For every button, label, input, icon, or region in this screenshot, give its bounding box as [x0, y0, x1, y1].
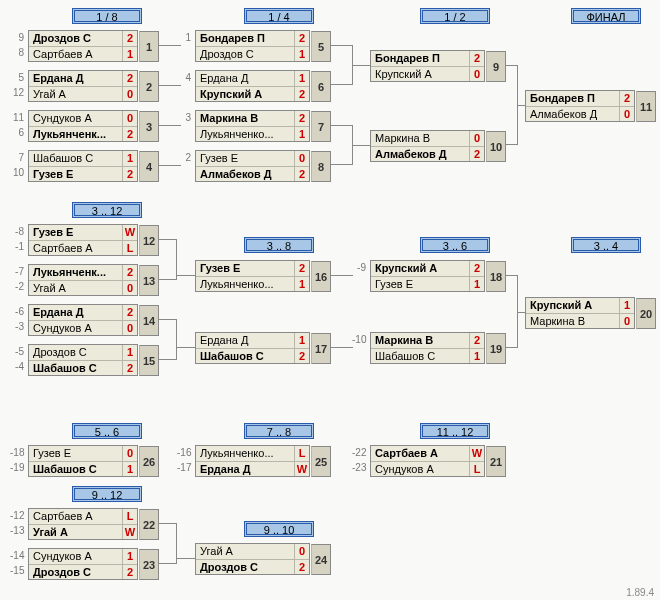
seed: -3 — [10, 321, 24, 332]
score: W — [123, 525, 137, 539]
connector — [177, 275, 195, 276]
score: 2 — [295, 111, 309, 126]
match-21: Сартбаев АWСундуков АL21 — [370, 445, 485, 477]
match-8: Гузев Е0Алмабеков Д28 — [195, 150, 310, 182]
player-name: Крупский А — [371, 67, 470, 81]
header-final: ФИНАЛ — [571, 8, 641, 24]
player-name: Угай А — [196, 544, 295, 559]
header-1-2: 1 / 2 — [420, 8, 490, 24]
score: 0 — [123, 111, 137, 126]
header-3-6: 3 .. 6 — [420, 237, 490, 253]
player-name: Шабашов С — [29, 151, 123, 166]
score: 2 — [123, 265, 137, 280]
player-name: Бондарев П — [526, 91, 620, 106]
player-name: Дроздов С — [29, 31, 123, 46]
match-number: 15 — [139, 345, 159, 376]
seed: 8 — [10, 47, 24, 58]
player-name: Сартбаев А — [29, 47, 123, 61]
match-number: 11 — [636, 91, 656, 122]
score: 2 — [470, 51, 484, 66]
seed: -12 — [10, 510, 24, 521]
match-number: 17 — [311, 333, 331, 364]
score: 1 — [123, 151, 137, 166]
player-name: Лукьянченко... — [196, 127, 295, 141]
score: 0 — [295, 544, 309, 559]
seed: -6 — [10, 306, 24, 317]
match-15: Дроздов С1Шабашов С215 — [28, 344, 138, 376]
player-name: Ердана Д — [29, 305, 123, 320]
match-number: 16 — [311, 261, 331, 292]
seed: -14 — [10, 550, 24, 561]
match-number: 8 — [311, 151, 331, 182]
header-3-8: 3 .. 8 — [244, 237, 314, 253]
score: L — [123, 509, 137, 524]
match-19: Маркина В2Шабашов С119 — [370, 332, 485, 364]
match-2: Ердана Д2Угай А02 — [28, 70, 138, 102]
player-name: Гузев Е — [196, 261, 295, 276]
player-name: Дроздов С — [29, 565, 123, 579]
player-name: Гузев Е — [29, 446, 123, 461]
player-name: Сундуков А — [29, 321, 123, 335]
player-name: Маркина В — [371, 333, 470, 348]
score: 2 — [470, 261, 484, 276]
header-5-6: 5 .. 6 — [72, 423, 142, 439]
seed: 1 — [177, 32, 191, 43]
player-name: Угай А — [29, 281, 123, 295]
seed: 7 — [10, 152, 24, 163]
connector — [159, 523, 177, 564]
score: 1 — [295, 47, 309, 61]
connector — [177, 558, 195, 559]
match-number: 13 — [139, 265, 159, 296]
match-number: 1 — [139, 31, 159, 62]
score: 2 — [295, 167, 309, 181]
match-number: 2 — [139, 71, 159, 102]
player-name: Угай А — [29, 87, 123, 101]
player-name: Маркина В — [196, 111, 295, 126]
seed: -23 — [352, 462, 366, 473]
score: 2 — [123, 71, 137, 86]
match-7: Маркина В2Лукьянченко...17 — [195, 110, 310, 142]
player-name: Алмабеков Д — [371, 147, 470, 161]
player-name: Крупский А — [196, 87, 295, 101]
player-name: Дроздов С — [29, 345, 123, 360]
score: 0 — [123, 281, 137, 295]
match-number: 21 — [486, 446, 506, 477]
match-23: Сундуков А1Дроздов С223 — [28, 548, 138, 580]
match-number: 24 — [311, 544, 331, 575]
match-number: 6 — [311, 71, 331, 102]
player-name: Бондарев П — [371, 51, 470, 66]
score: 1 — [295, 277, 309, 291]
connector — [518, 105, 525, 106]
match-9: Бондарев П2Крупский А09 — [370, 50, 485, 82]
player-name: Алмабеков Д — [196, 167, 295, 181]
score: 0 — [123, 87, 137, 101]
match-number: 5 — [311, 31, 331, 62]
match-12: Гузев ЕWСартбаев АL12 — [28, 224, 138, 256]
score: 0 — [470, 67, 484, 81]
connector — [506, 275, 518, 348]
seed: -9 — [352, 262, 366, 273]
seed: 4 — [177, 72, 191, 83]
score: 0 — [123, 446, 137, 461]
seed: -2 — [10, 281, 24, 292]
seed: -7 — [10, 266, 24, 277]
connector — [159, 45, 181, 46]
player-name: Лукьянченк... — [29, 265, 123, 280]
score: 0 — [470, 131, 484, 146]
player-name: Сартбаев А — [29, 509, 123, 524]
header-1-8: 1 / 8 — [72, 8, 142, 24]
match-number: 23 — [139, 549, 159, 580]
seed: 9 — [10, 32, 24, 43]
seed: 3 — [177, 112, 191, 123]
seed: -8 — [10, 226, 24, 237]
seed: 10 — [10, 167, 24, 178]
score: 1 — [295, 71, 309, 86]
score: L — [295, 446, 309, 461]
seed: 6 — [10, 127, 24, 138]
score: 1 — [123, 462, 137, 476]
score: 1 — [123, 549, 137, 564]
match-10: Маркина В0Алмабеков Д210 — [370, 130, 485, 162]
player-name: Шабашов С — [29, 361, 123, 375]
player-name: Ердана Д — [196, 462, 295, 476]
score: 1 — [620, 298, 634, 313]
